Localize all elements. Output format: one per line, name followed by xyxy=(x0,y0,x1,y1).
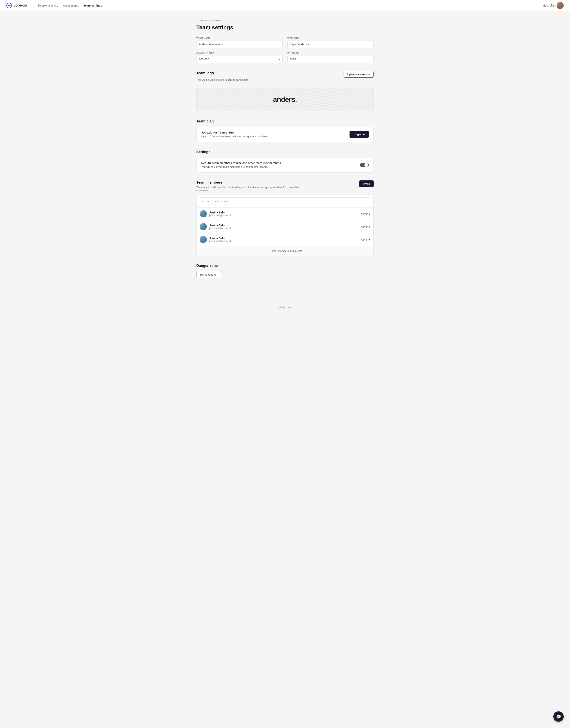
upload-new-version-button[interactable]: Upload new version xyxy=(344,71,374,78)
team-logo-info: Team logo This will be visible in offers… xyxy=(196,71,248,81)
nav-link-people-directory[interactable]: People directory xyxy=(38,3,58,8)
danger-zone-section: Danger zone Remove team xyxy=(196,264,374,278)
nav-links: People directory Assignments Team settin… xyxy=(38,3,543,8)
search-wrapper: ⌕ xyxy=(200,197,370,205)
disclose-toggle[interactable] xyxy=(360,163,369,167)
plan-name: Jobexio for Teams: Pro xyxy=(201,131,268,134)
member-role-label-2: Admin xyxy=(361,225,368,228)
plan-info: Jobexio for Teams: Pro Up to 100 team me… xyxy=(201,131,268,138)
table-row: Janina Salo janinasalo@anders.fi Admin ▾ xyxy=(197,220,373,233)
profile-section[interactable]: My profile xyxy=(543,2,564,9)
logo-text: Jobexio xyxy=(13,3,27,8)
plan-desc: Up to 100 team members, unlimited assign… xyxy=(201,135,268,138)
member-avatar-3 xyxy=(200,236,207,243)
members-footer: 91 other members and guests xyxy=(197,246,373,255)
member-avatar-image-3 xyxy=(200,236,207,243)
invite-button[interactable]: Invite xyxy=(359,180,374,187)
logo[interactable]: Jobexio xyxy=(6,3,27,8)
member-name-3: Janina Salo xyxy=(209,236,361,240)
website-label: WEB SITE xyxy=(287,37,374,39)
member-role-label-3: Admin xyxy=(361,238,368,241)
team-plan-section: Team plan Jobexio for Teams: Pro Up to 1… xyxy=(196,119,374,142)
team-name-input[interactable] xyxy=(196,41,283,48)
team-name-label: TEAM NAME xyxy=(196,37,283,39)
avatar xyxy=(557,2,564,9)
page-footer: jobexio.com xyxy=(0,302,570,313)
danger-zone-title: Danger zone xyxy=(196,264,374,268)
member-avatar-2 xyxy=(200,223,207,230)
basic-info-section: TEAM NAME WEB SITE COMPANY SIZE 1-10 11-… xyxy=(196,37,374,63)
logo-icon xyxy=(6,3,12,8)
breadcrumb-label: Anders Innovations xyxy=(200,19,222,22)
chevron-down-icon-1: ▾ xyxy=(369,212,370,215)
member-list: ⌕ Janina Salo janinasalo@anders.fi Admin… xyxy=(196,195,374,256)
form-row-name-website: TEAM NAME WEB SITE xyxy=(196,37,374,48)
member-email-3: janinasalo@anders.fi xyxy=(209,240,361,242)
member-name-1: Janina Salo xyxy=(209,211,361,214)
breadcrumb[interactable]: ← Anders Innovations xyxy=(196,19,374,22)
settings-card: Require team members to disclose other t… xyxy=(196,157,374,172)
form-row-size-founded: COMPANY SIZE 1-10 11-50 51-100 100-200 2… xyxy=(196,52,374,63)
member-name-2: Janina Salo xyxy=(209,224,361,227)
search-icon: ⌕ xyxy=(202,200,204,203)
company-size-wrapper: 1-10 11-50 51-100 100-200 201-500 500+ ▾ xyxy=(196,56,283,63)
footer-text: jobexio.com xyxy=(278,306,292,309)
team-plan-title: Team plan xyxy=(196,119,374,123)
settings-section: Settings Require team members to disclos… xyxy=(196,150,374,172)
svg-point-1 xyxy=(8,5,9,6)
settings-text: Require team members to disclose other t… xyxy=(201,161,281,168)
toggle-thumb xyxy=(364,163,368,167)
founded-label: FOUNDED xyxy=(287,52,374,54)
svg-point-2 xyxy=(9,5,11,6)
member-avatar-image-2 xyxy=(200,223,207,230)
member-search-row: ⌕ xyxy=(197,195,373,207)
anders-text: anders xyxy=(273,95,295,103)
disclose-sub: You will see if your team members are pa… xyxy=(201,165,281,168)
team-logo-section: Team logo This will be visible in offers… xyxy=(196,71,374,111)
member-info-1: Janina Salo janinasalo@anders.fi xyxy=(209,211,361,217)
breadcrumb-arrow: ← xyxy=(196,19,199,22)
member-avatar-1 xyxy=(200,210,207,217)
members-title: Team members xyxy=(196,180,299,184)
other-members-text: 91 other members and guests xyxy=(268,249,302,252)
team-logo-title: Team logo xyxy=(196,71,248,75)
nav-link-team-settings[interactable]: Team settings xyxy=(83,3,102,8)
founded-field: FOUNDED xyxy=(287,52,374,63)
member-role-3[interactable]: Admin ▾ xyxy=(361,238,370,241)
company-size-field: COMPANY SIZE 1-10 11-50 51-100 100-200 2… xyxy=(196,52,283,63)
search-input[interactable] xyxy=(200,197,370,205)
company-size-label: COMPANY SIZE xyxy=(196,52,283,54)
page-title: Team settings xyxy=(196,24,374,31)
table-row: Janina Salo janinasalo@anders.fi Admin ▾ xyxy=(197,207,373,220)
company-size-select[interactable]: 1-10 11-50 51-100 100-200 201-500 500+ xyxy=(196,56,283,63)
member-avatar-image-1 xyxy=(200,210,207,217)
member-email-1: janinasalo@anders.fi xyxy=(209,214,361,217)
team-members-section: Team members Team admins will be able to… xyxy=(196,180,374,256)
member-info-2: Janina Salo janinasalo@anders.fi xyxy=(209,224,361,230)
profile-label: My profile xyxy=(543,4,555,7)
member-info-3: Janina Salo janinasalo@anders.fi xyxy=(209,236,361,242)
website-field: WEB SITE xyxy=(287,37,374,48)
founded-input[interactable] xyxy=(287,56,374,63)
table-row: Janina Salo janinasalo@anders.fi Admin ▾ xyxy=(197,233,373,246)
team-logo-header: Team logo This will be visible in offers… xyxy=(196,71,374,81)
team-logo-subtitle: This will be visible in offers sent to c… xyxy=(196,78,248,81)
upgrade-button[interactable]: Upgrade xyxy=(349,131,369,138)
team-name-field: TEAM NAME xyxy=(196,37,283,48)
page-content: ← Anders Innovations Team settings TEAM … xyxy=(190,11,380,302)
chevron-down-icon-3: ▾ xyxy=(369,238,370,241)
members-desc: Team admins will be able to edit setting… xyxy=(196,186,299,192)
members-header: Team members Team admins will be able to… xyxy=(196,180,374,192)
member-role-label-1: Admin xyxy=(361,212,368,215)
member-role-1[interactable]: Admin ▾ xyxy=(361,212,370,215)
anders-dot: . xyxy=(295,95,297,103)
website-input[interactable] xyxy=(287,41,374,48)
logo-preview: anders. xyxy=(196,88,374,111)
avatar-image xyxy=(557,2,564,9)
disclose-label: Require team members to disclose other t… xyxy=(201,161,281,165)
member-role-2[interactable]: Admin ▾ xyxy=(361,225,370,228)
remove-team-button[interactable]: Remove team xyxy=(196,271,221,278)
anders-logo-text: anders. xyxy=(273,95,297,104)
toggle-track[interactable] xyxy=(360,163,369,167)
nav-link-assignments[interactable]: Assignments xyxy=(63,3,79,8)
